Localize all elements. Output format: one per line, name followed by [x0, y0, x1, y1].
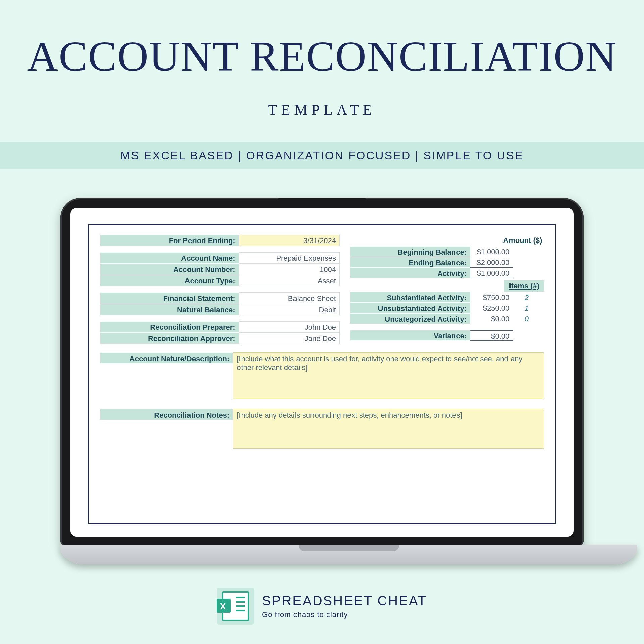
label-activity: Activity: [350, 268, 470, 278]
label-approver: Reconciliation Approver: [100, 333, 239, 344]
value-variance: $0.00 [470, 330, 513, 341]
label-account-type: Account Type: [100, 275, 239, 286]
feature-band: MS EXCEL BASED | ORGANIZATION FOCUSED | … [0, 142, 644, 169]
label-account-description: Account Nature/Description: [100, 352, 233, 364]
header-amount: Amount ($) [501, 235, 544, 246]
value-unsubstantiated: $250.00 [470, 303, 513, 313]
value-uncategorized: $0.00 [470, 313, 513, 324]
label-variance: Variance: [350, 330, 470, 341]
left-column: For Period Ending: 3/31/2024 Account Nam… [100, 235, 340, 344]
count-uncategorized: 0 [513, 313, 540, 324]
footer: X SPREADSHEET CHEAT Go from chaos to cla… [0, 588, 644, 625]
value-period[interactable]: 3/31/2024 [239, 235, 340, 246]
reconciliation-notes-block: Reconciliation Notes: [Include any detai… [100, 409, 544, 449]
label-period: For Period Ending: [100, 235, 239, 246]
value-account-number[interactable]: 1004 [239, 264, 340, 275]
value-account-description[interactable]: [Include what this account is used for, … [233, 352, 544, 399]
right-column: Amount ($) Beginning Balance: $1,000.00 … [350, 235, 544, 344]
value-financial-statement[interactable]: Balance Sheet [239, 292, 340, 304]
spreadsheet-panel: For Period Ending: 3/31/2024 Account Nam… [88, 224, 556, 524]
label-account-name: Account Name: [100, 252, 239, 264]
label-preparer: Reconciliation Preparer: [100, 321, 239, 333]
laptop-notch [278, 198, 366, 208]
excel-logo-icon: X [217, 588, 254, 625]
value-natural-balance[interactable]: Debit [239, 304, 340, 315]
label-uncategorized: Uncategorized Activity: [350, 313, 470, 324]
brand-name: SPREADSHEET CHEAT [262, 593, 427, 608]
count-substantiated: 2 [513, 292, 540, 303]
page-title: ACCOUNT RECONCILIATION [0, 0, 644, 81]
brand-tagline: Go from chaos to clarity [262, 610, 427, 619]
header-items: Items (#) [504, 280, 544, 292]
value-account-name[interactable]: Prepaid Expenses [239, 252, 340, 264]
value-reconciliation-notes[interactable]: [Include any details surrounding next st… [233, 409, 544, 449]
account-description-block: Account Nature/Description: [Include wha… [100, 352, 544, 399]
value-substantiated: $750.00 [470, 292, 513, 303]
label-reconciliation-notes: Reconciliation Notes: [100, 409, 233, 420]
value-preparer[interactable]: John Doe [239, 321, 340, 333]
value-approver[interactable]: Jane Doe [239, 333, 340, 344]
label-account-number: Account Number: [100, 264, 239, 275]
label-natural-balance: Natural Balance: [100, 304, 239, 315]
label-beginning-balance: Beginning Balance: [350, 246, 470, 257]
count-unsubstantiated: 1 [513, 303, 540, 313]
laptop-screen: For Period Ending: 3/31/2024 Account Nam… [70, 208, 574, 537]
laptop-bezel: For Period Ending: 3/31/2024 Account Nam… [60, 198, 584, 547]
label-substantiated: Substantiated Activity: [350, 292, 470, 303]
page-subtitle: TEMPLATE [0, 101, 644, 118]
value-beginning-balance: $1,000.00 [470, 246, 513, 257]
laptop-base [60, 545, 637, 564]
value-account-type[interactable]: Asset [239, 275, 340, 286]
value-activity: $1,000.00 [470, 268, 513, 278]
label-financial-statement: Financial Statement: [100, 292, 239, 304]
laptop-mockup: For Period Ending: 3/31/2024 Account Nam… [60, 198, 584, 564]
label-unsubstantiated: Unsubstantiated Activity: [350, 303, 470, 313]
value-ending-balance: $2,000.00 [470, 257, 513, 268]
label-ending-balance: Ending Balance: [350, 257, 470, 268]
